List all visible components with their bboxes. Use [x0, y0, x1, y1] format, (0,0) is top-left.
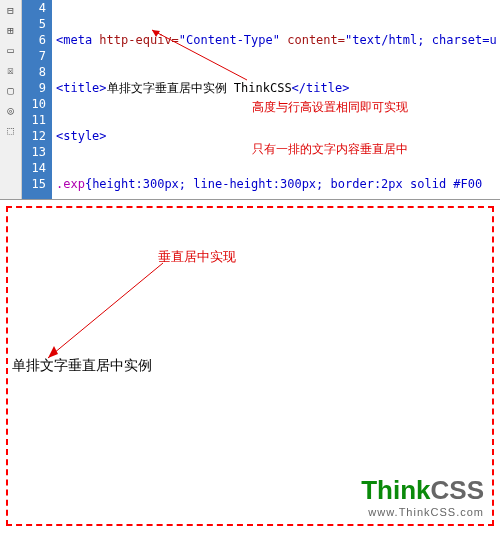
annotation-text: 垂直居中实现 [158, 248, 236, 266]
bookmark-icon[interactable]: ▢ [3, 82, 19, 98]
svg-line-2 [48, 263, 163, 358]
code-editor-pane: ⊟ ⊞ ▭ ☒ ▢ ◎ ⬚ 4 5 6 7 8 9 10 11 12 13 14… [0, 0, 500, 200]
line-gutter: 4 5 6 7 8 9 10 11 12 13 14 15 [22, 0, 52, 199]
line-number: 15 [22, 176, 46, 192]
annotation-arrow-icon [38, 258, 168, 368]
line-number: 4 [22, 0, 46, 16]
target-icon[interactable]: ◎ [3, 102, 19, 118]
preview-pane: 单排文字垂直居中实例 垂直居中实现 ThinkCSS www.ThinkCSS.… [0, 200, 500, 532]
preview-text: 单排文字垂直居中实例 [12, 357, 152, 375]
line-number: 7 [22, 48, 46, 64]
fold-icon[interactable]: ⊟ [3, 2, 19, 18]
line-number: 10 [22, 96, 46, 112]
line-number: 12 [22, 128, 46, 144]
annotation-text: 高度与行高设置相同即可实现 只有一排的文字内容垂直居中 [252, 72, 408, 184]
preview-box: 单排文字垂直居中实例 垂直居中实现 ThinkCSS www.ThinkCSS.… [6, 206, 494, 526]
expand-icon[interactable]: ⊞ [3, 22, 19, 38]
box-icon[interactable]: ▭ [3, 42, 19, 58]
editor-toolbar: ⊟ ⊞ ▭ ☒ ▢ ◎ ⬚ [0, 0, 22, 199]
line-number: 8 [22, 64, 46, 80]
box2-icon[interactable]: ☒ [3, 62, 19, 78]
lock-icon[interactable]: ⬚ [3, 122, 19, 138]
watermark-logo: ThinkCSS www.ThinkCSS.com [361, 475, 484, 518]
line-number: 11 [22, 112, 46, 128]
code-area[interactable]: <meta http-equiv="Content-Type" content=… [52, 0, 500, 199]
line-number: 14 [22, 160, 46, 176]
line-number: 9 [22, 80, 46, 96]
line-number: 6 [22, 32, 46, 48]
line-number: 5 [22, 16, 46, 32]
line-number: 13 [22, 144, 46, 160]
